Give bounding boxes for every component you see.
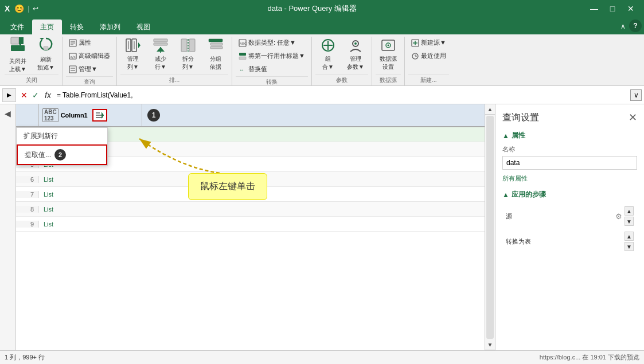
- advanced-editor-button[interactable]: </> 高级编辑器: [66, 50, 113, 62]
- help-button[interactable]: ?: [629, 19, 642, 32]
- ribbon-group-datasource-content: 数据源设置: [376, 37, 401, 73]
- expand-to-new-row-item[interactable]: 扩展到新行: [17, 128, 107, 144]
- svg-rect-28: [210, 46, 223, 49]
- transform-col: ABC 数据类型: 任意▼ 将第一行用作标题▼ ↔ 替换值: [236, 37, 308, 75]
- ribbon-tabs: 文件 主页 转换 添加列 视图 ∧ ?: [0, 17, 644, 34]
- steps-section-label: 应用的步骤: [512, 190, 546, 199]
- scroll-down-button[interactable]: ▼: [485, 340, 495, 350]
- scroll-up-button[interactable]: ▲: [485, 104, 495, 115]
- replace-values-label: 替换值: [248, 65, 267, 73]
- formula-confirm-button[interactable]: ✓: [32, 91, 39, 100]
- new-source-label: 新建源▼: [421, 38, 446, 47]
- minimize-button[interactable]: —: [586, 3, 603, 14]
- formula-dropdown-button[interactable]: ∨: [630, 89, 642, 101]
- row-number: 9: [16, 221, 39, 228]
- row-number: 8: [16, 206, 39, 213]
- manage-params-button[interactable]: 管理参数▼: [343, 37, 368, 71]
- formula-cancel-button[interactable]: ✕: [21, 91, 28, 100]
- group-by-label: 分组依据: [210, 55, 221, 71]
- maximize-button[interactable]: □: [604, 3, 621, 14]
- step-convert-scroll-down-button[interactable]: ▼: [625, 242, 634, 251]
- combine-button[interactable]: 组合▼: [315, 37, 341, 71]
- step-convert-scroll-buttons: ▲ ▼: [625, 232, 634, 251]
- recent-sources-button[interactable]: 最近使用: [408, 50, 449, 62]
- group-by-button[interactable]: 分组依据: [203, 37, 228, 71]
- formula-expand-toggle[interactable]: ▶: [2, 88, 16, 102]
- app-icons: X 😊 | ↩: [5, 4, 38, 13]
- refresh-button[interactable]: 刷新预览▼: [33, 37, 58, 71]
- manage-button[interactable]: 管理▼: [66, 63, 113, 75]
- formula-input[interactable]: [54, 90, 628, 100]
- query-name-input[interactable]: [502, 156, 637, 170]
- ribbon-group-transform-content: ABC 数据类型: 任意▼ 将第一行用作标题▼ ↔ 替换值: [236, 37, 308, 75]
- query-settings-header: 查询设置 ✕: [502, 111, 637, 124]
- collapse-ribbon-icon[interactable]: ∧: [620, 22, 626, 30]
- step-scroll-up-button[interactable]: ▲: [625, 206, 634, 216]
- properties-label: 属性: [79, 38, 91, 47]
- datasource-settings-icon: [380, 37, 397, 55]
- all-properties-link[interactable]: 所有属性: [502, 174, 637, 183]
- svg-rect-4: [44, 46, 48, 50]
- ribbon-group-datasource: 数据源设置 数据源: [372, 37, 405, 85]
- svg-rect-26: [209, 39, 223, 42]
- excel-icon: X: [5, 4, 10, 13]
- ribbon-group-params: 组合▼ 管理参数▼ 参数: [312, 37, 372, 85]
- datasource-group-label: 数据源: [376, 75, 401, 85]
- reduce-rows-button[interactable]: 减少行▼: [148, 37, 173, 71]
- column-expand-button[interactable]: [92, 109, 107, 122]
- undo-icon[interactable]: ↩: [33, 5, 38, 13]
- vertical-scrollbar[interactable]: ▲ ▼: [485, 104, 495, 350]
- tab-transform[interactable]: 转换: [62, 19, 92, 34]
- datasource-settings-button[interactable]: 数据源设置: [376, 37, 401, 71]
- ribbon-group-transform: ABC 数据类型: 任意▼ 将第一行用作标题▼ ↔ 替换值 转换: [232, 37, 312, 85]
- first-row-header-button[interactable]: 将第一行用作标题▼: [236, 50, 308, 62]
- tab-file[interactable]: 文件: [2, 19, 32, 34]
- row-number: 7: [16, 191, 39, 198]
- properties-button[interactable]: 属性: [66, 37, 113, 49]
- scroll-track[interactable]: [486, 116, 494, 339]
- step-convert-scroll-up-button[interactable]: ▲: [625, 232, 634, 241]
- step-scroll-buttons: ▲ ▼: [625, 206, 634, 226]
- tab-add-column[interactable]: 添加列: [92, 19, 128, 34]
- column-header: ABC123 Column1 1: [39, 104, 142, 126]
- data-type-button[interactable]: ABC 数据类型: 任意▼: [236, 37, 308, 49]
- tab-view[interactable]: 视图: [128, 19, 158, 34]
- step-source-gear-icon[interactable]: ⚙: [615, 212, 622, 221]
- status-bar: 1 列，999+ 行 https://blog.c... 在 19:01 下载的…: [0, 350, 644, 364]
- svg-rect-19: [154, 39, 167, 42]
- recent-sources-label: 最近使用: [421, 52, 446, 60]
- step-scroll-down-button[interactable]: ▼: [625, 217, 634, 226]
- step-source[interactable]: 源 ⚙ ▲ ▼: [502, 204, 637, 228]
- svg-text:</>: </>: [70, 55, 76, 59]
- manage-columns-button[interactable]: 管理列▼: [120, 37, 146, 71]
- step-convert-to-table[interactable]: 转换为表 ▲ ▼: [502, 229, 637, 253]
- first-row-header-label: 将第一行用作标题▼: [248, 52, 305, 60]
- step-source-name: 源: [506, 212, 615, 221]
- close-group-label: 关闭: [5, 75, 58, 85]
- ribbon-group-new: 新建源▼ 最近使用 新建...: [405, 37, 452, 85]
- tooltip-bubble: 鼠标左键单击: [188, 173, 267, 200]
- manage-columns-label: 管理列▼: [127, 55, 139, 71]
- close-button[interactable]: ✕: [622, 3, 639, 14]
- window-controls: — □ ✕: [586, 3, 639, 14]
- query-pane-toggle[interactable]: ◀: [0, 104, 16, 350]
- extract-values-item[interactable]: 提取值... 2: [17, 144, 107, 165]
- formula-bar: ▶ ✕ ✓ fx ∨: [0, 86, 644, 104]
- close-upload-button[interactable]: 关闭并上载▼: [5, 37, 31, 71]
- combine-label: 组合▼: [322, 55, 334, 71]
- tab-home[interactable]: 主页: [32, 19, 62, 34]
- split-column-button[interactable]: 拆分列▼: [175, 37, 201, 71]
- table-header-row: ABC123 Column1 1: [16, 104, 495, 127]
- params-group-label: 参数: [315, 75, 368, 85]
- formula-dropdown-icon: ∨: [634, 91, 639, 99]
- svg-text:ABC: ABC: [240, 42, 247, 45]
- manage-label: 管理▼: [79, 65, 97, 73]
- query-settings-close-button[interactable]: ✕: [629, 111, 637, 124]
- steps-section-title: ▲ 应用的步骤: [502, 190, 637, 199]
- svg-rect-27: [210, 43, 223, 45]
- column-name: Column1: [61, 112, 88, 119]
- main-area: ◀ ABC123 Column1 1 扩展到新行 提取值... 2: [0, 104, 644, 350]
- svg-rect-20: [154, 43, 167, 45]
- replace-values-button[interactable]: ↔ 替换值: [236, 63, 308, 75]
- new-source-button[interactable]: 新建源▼: [408, 37, 449, 49]
